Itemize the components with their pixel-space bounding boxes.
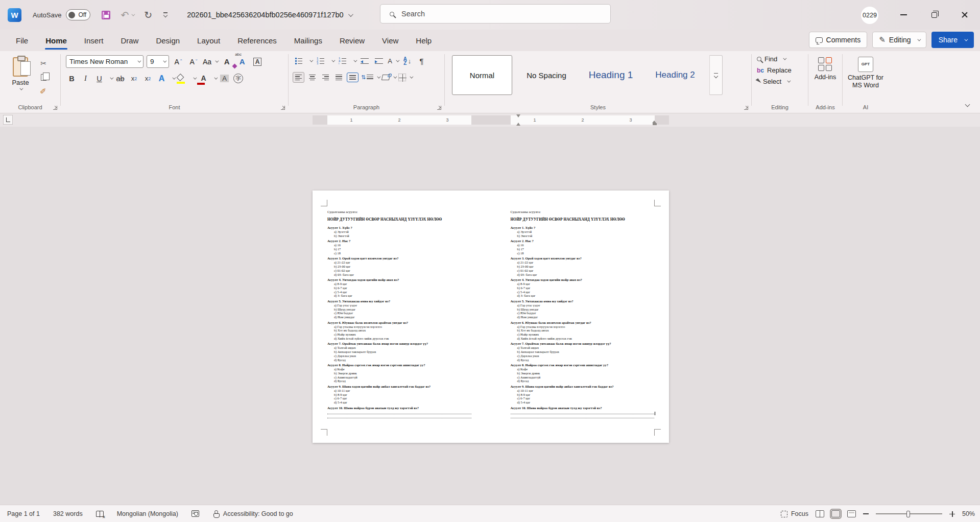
print-layout-button[interactable] xyxy=(831,510,840,517)
font-size-select[interactable]: 9 xyxy=(147,55,169,68)
tab-references[interactable]: References xyxy=(229,30,285,51)
bullets-dropdown-icon[interactable] xyxy=(309,59,313,62)
font-name-select[interactable]: Times New Roman xyxy=(66,55,144,68)
find-button[interactable]: Find xyxy=(757,55,808,63)
numbering-dropdown-icon[interactable] xyxy=(331,59,335,62)
focus-button[interactable]: Focus xyxy=(781,510,808,517)
borders-button[interactable] xyxy=(398,72,412,83)
align-left-button[interactable] xyxy=(293,72,304,83)
search-input[interactable]: Search xyxy=(380,4,611,23)
minimize-button[interactable] xyxy=(888,0,919,30)
decrease-indent-button[interactable] xyxy=(358,55,370,67)
text-column-1[interactable]: Судалгааны асуулга: НОЙР ДУТУУГИЙН ӨСВӨР… xyxy=(327,210,471,418)
restore-button[interactable] xyxy=(919,0,949,30)
increase-indent-button[interactable] xyxy=(373,55,385,67)
asian-layout-button[interactable]: A xyxy=(387,55,399,67)
underline-button[interactable]: U xyxy=(93,73,105,84)
change-case-button[interactable]: Aa xyxy=(203,56,218,68)
word-count[interactable]: 382 words xyxy=(53,510,83,517)
collapse-ribbon-button[interactable] xyxy=(962,100,973,109)
strikethrough-button[interactable]: ab xyxy=(114,73,126,84)
highlight-dropdown-icon[interactable] xyxy=(193,76,197,80)
numbering-button[interactable]: 123 xyxy=(315,55,326,67)
font-dialog-launcher[interactable] xyxy=(281,106,285,110)
phonetic-guide-button[interactable]: abcA xyxy=(236,56,248,68)
redo-icon[interactable]: ↻ xyxy=(144,9,152,21)
subscript-button[interactable]: x2 xyxy=(128,73,140,84)
document-page[interactable]: Судалгааны асуулга: НОЙР ДУТУУГИЙН ӨСВӨР… xyxy=(313,191,669,443)
tab-review[interactable]: Review xyxy=(331,30,373,51)
tab-layout[interactable]: Layout xyxy=(188,30,229,51)
italic-button[interactable]: I xyxy=(80,73,91,84)
accessibility-checker[interactable]: Accessibility: Good to go xyxy=(212,510,293,517)
select-button[interactable]: Select xyxy=(757,78,808,85)
zoom-slider-thumb[interactable] xyxy=(906,511,910,517)
chatgpt-addin-button[interactable]: GPT ChatGPT forMS Word xyxy=(843,57,889,89)
proofing-errors-button[interactable] xyxy=(96,511,104,517)
multilevel-list-dropdown-icon[interactable] xyxy=(353,59,357,62)
style-no-spacing[interactable]: No Spacing xyxy=(516,55,577,95)
tab-mailings[interactable]: Mailings xyxy=(285,30,331,51)
font-color-button[interactable]: A xyxy=(198,73,209,84)
language-indicator[interactable]: Mongolian (Mongolia) xyxy=(117,510,178,517)
tab-file[interactable]: File xyxy=(7,30,37,51)
undo-dropdown-icon[interactable] xyxy=(132,12,135,16)
justify-button[interactable] xyxy=(333,73,344,83)
horizontal-ruler[interactable]: 123 123 xyxy=(0,113,980,127)
zoom-in-button[interactable] xyxy=(949,511,955,517)
save-icon[interactable] xyxy=(102,11,110,19)
copy-icon[interactable] xyxy=(38,72,49,82)
multilevel-list-button[interactable]: 1ai xyxy=(337,55,348,67)
undo-icon[interactable]: ↶ xyxy=(121,9,129,21)
shrink-font-button[interactable]: Aˇ xyxy=(187,56,200,68)
zoom-level[interactable]: 50% xyxy=(962,510,975,517)
shading-button[interactable] xyxy=(382,72,396,83)
zoom-slider[interactable] xyxy=(876,513,942,514)
share-button[interactable]: Share xyxy=(931,32,974,48)
style-normal[interactable]: Normal xyxy=(452,55,512,95)
web-layout-button[interactable] xyxy=(847,510,856,517)
tab-draw[interactable]: Draw xyxy=(112,30,147,51)
bullets-button[interactable] xyxy=(293,55,304,67)
text-effects-button[interactable]: A xyxy=(156,73,168,84)
quick-access-customize-icon[interactable] xyxy=(163,12,168,17)
character-shading-button[interactable]: A xyxy=(219,73,230,84)
style-heading-2[interactable]: Heading 2 xyxy=(645,55,705,95)
line-spacing-button[interactable]: ⇅ xyxy=(361,72,379,83)
align-center-button[interactable] xyxy=(307,73,318,83)
grow-font-button[interactable]: Aˆ xyxy=(172,56,184,68)
editing-mode-button[interactable]: ✎ Editing xyxy=(872,32,926,48)
font-color-dropdown-icon[interactable] xyxy=(214,76,218,80)
comments-button[interactable]: Comments xyxy=(809,32,868,48)
text-column-2[interactable]: Судалгааны асуулга: НОЙР ДУТУУГИЙН ӨСВӨР… xyxy=(511,210,655,418)
styles-dialog-launcher[interactable] xyxy=(744,106,748,110)
clipboard-dialog-launcher[interactable] xyxy=(53,106,57,110)
distribute-button[interactable] xyxy=(347,73,358,82)
cut-icon[interactable]: ✂ xyxy=(38,58,49,68)
replace-button[interactable]: bcReplace xyxy=(757,66,808,74)
clear-formatting-button[interactable]: A xyxy=(221,56,233,68)
superscript-button[interactable]: x2 xyxy=(142,73,154,84)
page-indicator[interactable]: Page 1 of 1 xyxy=(7,510,40,517)
read-mode-button[interactable] xyxy=(816,510,824,517)
tab-design[interactable]: Design xyxy=(147,30,188,51)
center-indent-marker[interactable] xyxy=(516,114,521,126)
align-right-button[interactable] xyxy=(320,73,331,83)
autosave-toggle[interactable]: Off xyxy=(66,9,90,20)
format-painter-icon[interactable]: ✎ xyxy=(38,86,49,96)
paragraph-dialog-launcher[interactable] xyxy=(437,106,441,110)
tab-help[interactable]: Help xyxy=(407,30,440,51)
word-logo-icon[interactable]: W xyxy=(8,8,21,22)
document-title[interactable]: 202601_bbe425636204bfb0256e460971f127b0 xyxy=(187,11,351,19)
tab-home[interactable]: Home xyxy=(37,30,76,51)
document-canvas[interactable]: Судалгааны асуулга: НОЙР ДУТУУГИЙН ӨСВӨР… xyxy=(0,127,980,505)
character-border-button[interactable]: A xyxy=(251,56,264,68)
style-heading-1[interactable]: Heading 1 xyxy=(581,55,641,95)
right-indent-marker[interactable] xyxy=(652,120,657,125)
enclose-characters-button[interactable]: 字 xyxy=(232,73,244,84)
text-predictions-button[interactable] xyxy=(192,510,199,517)
underline-dropdown-icon[interactable] xyxy=(110,76,113,80)
tab-view[interactable]: View xyxy=(373,30,407,51)
show-hide-marks-button[interactable]: ¶ xyxy=(416,55,427,67)
user-avatar[interactable]: 0229 xyxy=(861,7,878,24)
